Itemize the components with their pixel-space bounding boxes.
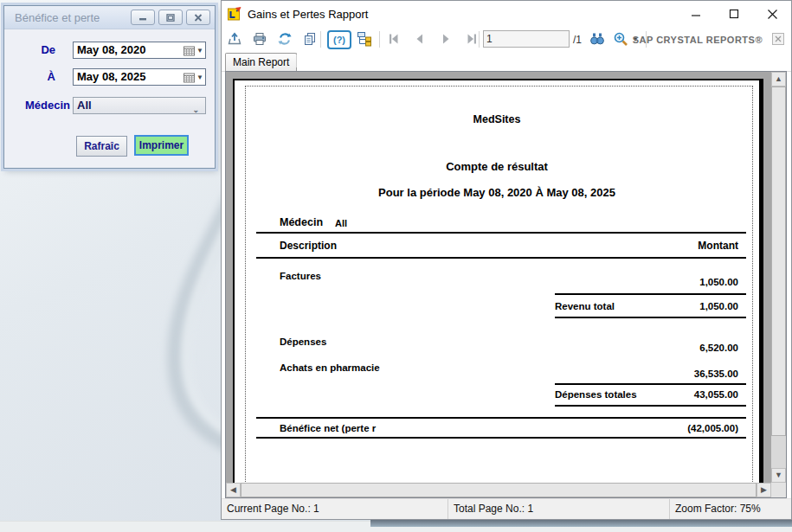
refresh-button[interactable]: Rafraîc [76,136,127,157]
row-achats-amount: 36,535.00 [694,369,738,379]
print-icon[interactable] [252,31,267,47]
status-current-page: Current Page No.: 1 [222,499,448,519]
dialog-titlebar[interactable]: Bénéfice et perte [4,6,215,29]
doctor-combobox-value: All [77,99,92,112]
row-depenses-totales-amount: 43,055.00 [694,389,738,400]
column-amount: Montant [698,240,738,252]
group-tree-icon[interactable] [357,31,372,47]
help-icon[interactable]: (?) [327,30,351,49]
horizontal-scrollbar[interactable]: ◀ ▶ [226,483,771,497]
dialog-maximize-button[interactable] [158,10,183,25]
horizontal-scroll-thumb[interactable] [241,483,757,497]
from-label: De [17,43,55,56]
maximize-icon [729,9,739,19]
crystal-reports-app-icon [228,7,241,21]
minimize-icon [138,14,147,22]
window-title: Gains et Pertes Rapport [248,8,368,21]
dialog-minimize-button[interactable] [131,10,155,25]
export-icon[interactable] [227,31,242,47]
window-maximize-button[interactable] [715,1,753,27]
sap-crystal-reports-brand: SAP CRYSTAL REPORTS® [633,35,763,45]
toolbar-separator [479,31,480,48]
window-close-button[interactable] [753,1,791,27]
dialog-window-controls [131,10,210,25]
viewer-toolbar: (?) /1 [222,27,791,51]
doctor-combobox[interactable]: All ⌄ [73,97,206,114]
rule [555,383,746,385]
brand-dismiss-icon[interactable] [772,33,784,45]
report-title: Compte de résultat [235,160,759,173]
vertical-scrollbar[interactable]: ▲ ▼ [771,72,786,483]
first-page-icon[interactable] [386,31,402,47]
to-date-value: May 08, 2025 [77,70,146,83]
rule [555,293,746,295]
statusbar: Current Page No.: 1 Total Page No.: 1 Zo… [222,498,791,519]
benefice-et-perte-dialog: Bénéfice et perte De May 08, 2020 ▼ À [3,5,216,169]
window-titlebar[interactable]: Gains et Pertes Rapport [222,1,791,27]
copy-icon[interactable] [302,31,318,47]
column-description: Description [280,240,337,252]
print-button[interactable]: Imprimer [134,135,189,156]
rule [256,232,746,234]
tab-main-report[interactable]: Main Report [225,53,297,71]
scroll-down-button[interactable]: ▼ [771,468,786,483]
chevron-down-icon: ⌄ [192,102,199,118]
toolbar-separator [379,31,380,48]
rule [256,417,746,419]
scroll-left-button[interactable]: ◀ [226,483,241,497]
row-benefice-net-label: Bénéfice net (perte r [280,423,376,433]
from-date-value: May 08, 2020 [77,43,146,56]
vertical-scroll-thumb[interactable] [771,87,786,436]
next-page-icon[interactable] [438,31,454,47]
dropdown-arrow-icon: ▼ [196,43,203,59]
report-content: MedSites Compte de résultat Pour la péri… [235,80,759,489]
scroll-up-button[interactable]: ▲ [771,72,786,87]
screen: Bénéfice et perte De May 08, 2020 ▼ À [0,0,792,532]
report-viewport: MedSites Compte de résultat Pour la péri… [225,71,787,498]
row-achats-label: Achats en pharmacie [280,362,380,373]
from-date-field[interactable]: May 08, 2020 ▼ [73,42,206,59]
rule [256,437,746,439]
page-total-label: /1 [573,34,582,46]
page-number-input[interactable] [483,30,570,48]
close-icon [194,14,203,22]
window-controls [677,1,791,27]
find-icon[interactable] [589,31,605,47]
row-factures-label: Factures [280,271,321,281]
tab-separator [296,54,297,67]
window-minimize-button[interactable] [677,1,715,27]
row-depenses-label: Dépenses [280,337,326,347]
rule [555,405,746,407]
close-icon [767,9,778,20]
scrollbar-corner [771,483,786,497]
dialog-close-button[interactable] [186,10,210,25]
dropdown-arrow-icon: ▼ [196,70,203,86]
maximize-icon [166,14,175,22]
to-label: À [17,70,55,83]
calendar-icon [184,73,195,83]
row-depenses-totales-label: Dépenses totales [555,389,637,400]
from-date-picker-button[interactable]: ▼ [184,43,203,59]
to-date-picker-button[interactable]: ▼ [184,70,203,86]
rule [256,257,746,259]
dialog-title: Bénéfice et perte [15,11,100,24]
to-date-field[interactable]: May 08, 2025 ▼ [73,68,206,86]
previous-page-icon[interactable] [412,31,428,47]
report-doctor-value: All [335,218,347,228]
refresh-icon[interactable] [277,31,293,47]
window-frame-bottom [370,519,792,527]
report-period: Pour la période May 08, 2020 À May 08, 2… [235,186,759,199]
zoom-icon[interactable] [613,31,628,47]
row-benefice-net-amount: (42,005.00) [687,423,738,433]
row-revenu-total-label: Revenu total [555,301,615,311]
status-zoom-factor: Zoom Factor: 75% [670,499,791,519]
doctor-label: Médecin [10,99,70,112]
row-revenu-total-amount: 1,050.00 [699,301,738,311]
last-page-icon[interactable] [464,31,480,47]
report-company: MedSites [235,113,759,125]
report-doctor-label: Médecin [280,216,323,228]
minimize-icon [691,9,701,19]
scroll-right-button[interactable]: ▶ [757,483,771,497]
toolbar-separator [320,31,321,48]
row-factures-amount: 1,050.00 [699,277,738,287]
